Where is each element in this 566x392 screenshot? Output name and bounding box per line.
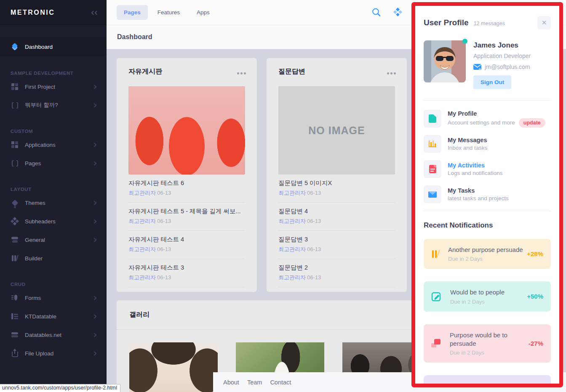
menu-item-my-messages[interactable]: My Messages Inbox and tasks bbox=[424, 135, 551, 153]
post-author-link[interactable]: 최고관리자 bbox=[128, 274, 156, 281]
post-author-link[interactable]: 최고관리자 bbox=[278, 218, 306, 224]
menu-item-title: My Tasks bbox=[448, 187, 509, 194]
menu-item-my-profile[interactable]: My Profile Account settings and moreupda… bbox=[424, 110, 551, 127]
notification-card[interactable] bbox=[424, 375, 551, 384]
notification-title: Would be to people bbox=[450, 288, 523, 297]
post-author-link[interactable]: 최고관리자 bbox=[128, 246, 156, 252]
post-author-link[interactable]: 최고관리자 bbox=[278, 246, 306, 252]
chevron-right-icon bbox=[93, 238, 97, 242]
sidebar-item-pages[interactable]: Pages bbox=[0, 154, 107, 172]
envelope-icon bbox=[473, 64, 481, 70]
sign-out-button[interactable]: Sign Out bbox=[473, 75, 511, 89]
more-options-icon[interactable] bbox=[240, 72, 243, 74]
board-post[interactable]: 질문답변 5 이미지X 최고관리자06-13 bbox=[278, 175, 395, 203]
four-diamonds-icon bbox=[11, 218, 19, 224]
post-title[interactable]: 자유게시판 테스트 6 bbox=[128, 179, 245, 187]
post-title[interactable]: 질문답변 4 bbox=[278, 207, 395, 215]
menu-item-my-tasks[interactable]: My Tasks latest tasks and projects bbox=[424, 185, 551, 203]
sidebar-item-label: Subheaders bbox=[25, 218, 93, 225]
post-title[interactable]: 자유게시판 테스트 4 bbox=[128, 236, 245, 244]
sidebar-item-first-project[interactable]: First Project bbox=[0, 77, 107, 96]
board-thumbnail-photo[interactable] bbox=[128, 86, 245, 175]
sidebar-item-subheaders[interactable]: Subheaders bbox=[0, 212, 107, 230]
post-date: 06-13 bbox=[307, 274, 321, 281]
post-title[interactable]: 질문답변 5 이미지X bbox=[278, 179, 395, 187]
apps-grid-icon[interactable] bbox=[393, 8, 402, 16]
post-author-link[interactable]: 최고관리자 bbox=[278, 190, 306, 196]
notification-card[interactable]: Purpose would be to persuade Due in 2 Da… bbox=[424, 324, 551, 363]
sidebar-item-ktdatatable[interactable]: KTDatatable bbox=[0, 307, 107, 326]
sidebar-item-label: Themes bbox=[25, 200, 93, 206]
search-icon[interactable] bbox=[371, 8, 382, 19]
footer-link-about[interactable]: About bbox=[223, 379, 239, 386]
brand-bar: METRONIC bbox=[0, 0, 107, 25]
tab-features[interactable]: Features bbox=[150, 5, 187, 20]
post-date: 06-13 bbox=[307, 190, 321, 196]
sidebar-collapse-button[interactable] bbox=[92, 11, 98, 14]
menu-item-title: My Profile bbox=[448, 110, 545, 117]
post-title[interactable]: 자유게시판 테스트 3 bbox=[128, 264, 245, 272]
sidebar-item-builder[interactable]: Builder bbox=[0, 249, 107, 268]
sidebar-item-datatables-net[interactable]: Datatables.net bbox=[0, 326, 107, 344]
footer-link-team[interactable]: Team bbox=[247, 379, 262, 386]
menu-item-desc: Logs and notifications bbox=[448, 170, 503, 176]
bars-icon bbox=[11, 255, 19, 262]
post-title[interactable]: 자유게시판 테스트 5 - 제목을 길게 써보... bbox=[128, 207, 245, 215]
sidebar-item-general[interactable]: General bbox=[0, 230, 107, 249]
dashboard-diamond-icon bbox=[11, 44, 19, 50]
notification-due: Due in 2 Days bbox=[448, 256, 523, 262]
avatar-photo bbox=[424, 40, 466, 82]
post-author-link[interactable]: 최고관리자 bbox=[278, 274, 306, 281]
page-title: Dashboard bbox=[117, 33, 152, 41]
notification-card[interactable]: Another purpose persuade Due in 2 Days +… bbox=[424, 239, 551, 269]
notification-value: +28% bbox=[527, 250, 543, 257]
post-date: 06-13 bbox=[157, 246, 171, 252]
sidebar-item-label: Applications bbox=[25, 142, 93, 148]
sidebar-item-label: KTDatatable bbox=[25, 313, 93, 320]
post-date: 06-13 bbox=[307, 218, 321, 224]
post-author-link[interactable]: 최고관리자 bbox=[128, 218, 156, 224]
more-options-icon[interactable] bbox=[390, 72, 392, 74]
tab-pages[interactable]: Pages bbox=[117, 5, 148, 20]
post-date: 06-13 bbox=[157, 274, 171, 281]
sidebar-item-what-first[interactable]: 뭐부터 할까? bbox=[0, 96, 107, 114]
board-post[interactable]: 질문답변 4 최고관리자06-13 bbox=[278, 203, 395, 231]
sidebar-item-file-upload[interactable]: File Upload bbox=[0, 344, 107, 363]
board-post[interactable]: 자유게시판 테스트 5 - 제목을 길게 써보... 최고관리자06-13 bbox=[128, 203, 245, 231]
update-badge[interactable]: update bbox=[519, 118, 545, 127]
footer-link-contact[interactable]: Contact bbox=[270, 379, 291, 386]
notification-card[interactable]: Would be to people Due in 2 Days +50% bbox=[424, 281, 551, 311]
sidebar-item-forms[interactable]: Forms bbox=[0, 289, 107, 307]
avatar[interactable] bbox=[424, 40, 466, 89]
tab-apps[interactable]: Apps bbox=[190, 5, 217, 20]
post-title[interactable]: 질문답변 3 bbox=[278, 236, 395, 244]
post-date: 06-13 bbox=[157, 190, 171, 196]
bar-chart-orange-icon bbox=[424, 135, 441, 153]
menu-item-my-activities[interactable]: My Activities Logs and notifications bbox=[424, 160, 551, 178]
sidebar-item-label: Dashboard bbox=[25, 44, 96, 50]
grid-icon bbox=[11, 141, 19, 148]
board-post[interactable]: 질문답변 2 최고관리자06-13 bbox=[278, 259, 395, 287]
sidebar-item-themes[interactable]: Themes bbox=[0, 193, 107, 212]
notification-title: Purpose would be to persuade bbox=[450, 331, 525, 348]
user-role: Application Developer bbox=[473, 53, 531, 59]
brand-logo: METRONIC bbox=[11, 9, 92, 16]
post-author-link[interactable]: 최고관리자 bbox=[128, 190, 156, 196]
sidebar-section-label: SAMPLE DEVELOPMENT bbox=[0, 69, 107, 77]
close-icon[interactable]: ✕ bbox=[537, 16, 551, 29]
board-post[interactable]: 질문답변 3 최고관리자06-13 bbox=[278, 231, 395, 259]
list-icon bbox=[11, 313, 19, 319]
board-post[interactable]: 자유게시판 테스트 3 최고관리자06-13 bbox=[128, 259, 245, 287]
gallery-photo-1[interactable] bbox=[129, 342, 218, 392]
board-post[interactable]: 자유게시판 테스트 6 최고관리자06-13 bbox=[128, 175, 245, 203]
post-title[interactable]: 질문답변 2 bbox=[278, 264, 395, 272]
sidebar-item-applications[interactable]: Applications bbox=[0, 135, 107, 154]
online-status-dot bbox=[462, 39, 467, 44]
user-email-text: jm@softplus.com bbox=[485, 64, 530, 70]
diamond-icon bbox=[11, 201, 19, 205]
sidebar-item-dashboard[interactable]: Dashboard bbox=[0, 37, 107, 56]
user-name[interactable]: James Jones bbox=[473, 41, 531, 50]
sidebar-item-label: Pages bbox=[25, 160, 93, 167]
board-post[interactable]: 자유게시판 테스트 4 최고관리자06-13 bbox=[128, 231, 245, 259]
user-email[interactable]: jm@softplus.com bbox=[473, 64, 531, 70]
